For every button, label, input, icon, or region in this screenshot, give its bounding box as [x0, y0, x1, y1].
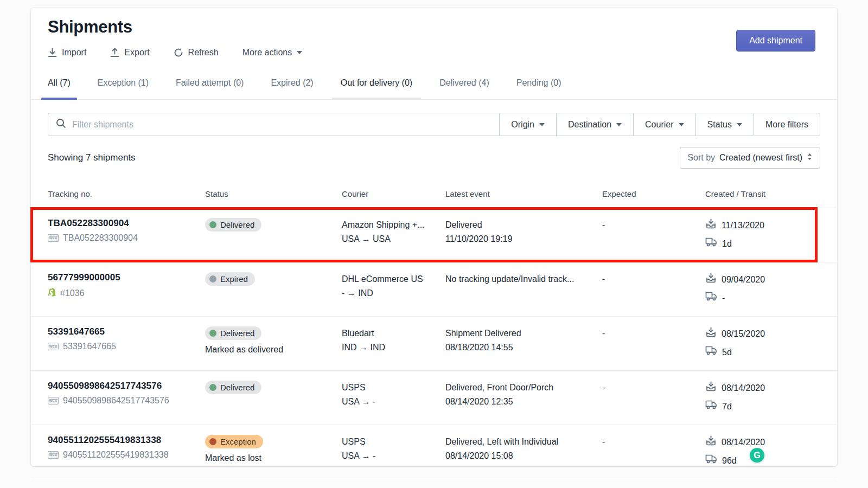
tab-pending[interactable]: Pending (0) [507, 68, 571, 99]
import-icon [48, 48, 57, 57]
status-badge: Expired [205, 272, 255, 286]
filter-dropdown-label: Status [707, 120, 732, 130]
status-tabs: All (7)Exception (1)Failed attempt (0)Ex… [31, 68, 837, 100]
table-row[interactable]: 53391647665 WEB 53391647665 Delivered Ma… [31, 317, 837, 371]
tracking-number[interactable]: TBA052283300904 [48, 218, 205, 229]
grammarly-icon[interactable]: G [750, 448, 764, 463]
latest-event-cell: Shipment Delivered 08/18/2020 14:55 [445, 326, 602, 363]
created-date: 08/15/2020 [722, 328, 765, 341]
filter-dropdown-label: Destination [568, 120, 611, 130]
expected-cell: - [602, 381, 705, 417]
tracking-subtext: TBA052283300904 [63, 233, 138, 243]
filter-shipments-input[interactable] [72, 120, 492, 130]
shopify-icon [48, 287, 56, 299]
tab-failed-attempt[interactable]: Failed attempt (0) [166, 68, 253, 99]
courier-name: USPS [342, 381, 445, 395]
event-timestamp: 08/14/2020 12:35 [445, 395, 602, 409]
more-filters-button[interactable]: More filters [754, 113, 820, 136]
created-date-icon [705, 435, 717, 450]
status-dot-icon [209, 384, 216, 391]
status-badge: Delivered [205, 218, 261, 232]
created-date-icon [705, 218, 717, 233]
shipments-table: TBA052283300904 WEB TBA052283300904 Deli… [31, 208, 837, 479]
latest-event-cell: Delivered 11/10/2020 19:19 [445, 218, 602, 254]
created-date: 08/14/2020 [722, 436, 765, 449]
courier-route: IND → IND [342, 341, 445, 355]
latest-event-cell: Delivered, Left with Individual 08/14/20… [445, 435, 602, 471]
tab-label: Expired (2) [271, 78, 313, 87]
tab-delivered[interactable]: Delivered (4) [430, 68, 499, 99]
created-date: 08/14/2020 [722, 382, 765, 395]
tab-label: Failed attempt (0) [176, 78, 244, 87]
tracking-number[interactable]: 53391647665 [48, 326, 205, 337]
created-transit-cell: 09/04/2020 - [705, 272, 820, 309]
status-dot-icon [209, 275, 216, 282]
created-date-icon [705, 381, 717, 396]
page-title: Shipments [48, 17, 820, 37]
column-header: Tracking no. [48, 183, 205, 208]
table-row[interactable]: TBA052283300904 WEB TBA052283300904 Deli… [31, 208, 837, 262]
transit-truck-icon [705, 400, 717, 413]
transit-truck-icon [705, 291, 717, 305]
filter-dropdown-origin[interactable]: Origin [500, 113, 557, 136]
refresh-label: Refresh [188, 48, 219, 57]
tracking-subtext: 9405511202555419831338 [63, 450, 169, 460]
courier-route: - → IND [342, 286, 445, 300]
tab-expired[interactable]: Expired (2) [261, 68, 323, 99]
event-description: Delivered, Front Door/Porch [445, 381, 602, 395]
export-button[interactable]: Export [110, 48, 149, 57]
event-description: Shipment Delivered [445, 326, 602, 341]
status-dot-icon [209, 330, 216, 337]
tab-all[interactable]: All (7) [38, 68, 80, 99]
tracking-number[interactable]: 9405509898642517743576 [48, 381, 205, 391]
tracking-subtext: 9405509898642517743576 [63, 396, 169, 406]
status-badge-label: Exception [220, 437, 256, 446]
showing-count: Showing 7 shipments [48, 152, 136, 163]
status-dot-icon [209, 438, 216, 445]
more-actions-label: More actions [242, 48, 292, 57]
tracking-cell: TBA052283300904 WEB TBA052283300904 [48, 218, 205, 254]
tab-out-for-delivery[interactable]: Out for delivery (0) [331, 68, 422, 99]
sort-arrows-icon [807, 152, 813, 163]
export-label: Export [124, 48, 149, 57]
courier-cell: Bluedart IND → IND [342, 326, 445, 363]
transit-truck-icon [705, 345, 717, 359]
table-row[interactable]: 9405511202555419831338 WEB 9405511202555… [31, 425, 837, 479]
created-transit-cell: 08/15/2020 5d [705, 326, 820, 363]
table-row[interactable]: 9405509898642517743576 WEB 9405509898642… [31, 371, 837, 425]
filter-dropdown-label: Origin [511, 120, 534, 130]
tracking-subtext: #1036 [60, 288, 85, 298]
filter-dropdown-destination[interactable]: Destination [557, 113, 634, 136]
transit-truck-icon [705, 454, 717, 467]
transit-time: 7d [722, 400, 732, 413]
tracking-number[interactable]: 56777999000005 [48, 272, 205, 283]
more-actions-button[interactable]: More actions [242, 48, 303, 57]
caret-down-icon [616, 123, 622, 126]
header-actions: Import Export Refresh More actions [48, 45, 820, 60]
search-box[interactable] [48, 113, 500, 136]
tracking-number[interactable]: 9405511202555419831338 [48, 435, 205, 446]
caret-down-icon [679, 123, 684, 126]
event-timestamp: 08/18/2020 14:55 [445, 341, 602, 355]
tracking-subtext: 53391647665 [63, 342, 116, 351]
filter-dropdown-status[interactable]: Status [696, 113, 754, 136]
sort-select[interactable]: Sort by Created (newest first) [680, 147, 820, 169]
tab-exception[interactable]: Exception (1) [88, 68, 158, 99]
refresh-button[interactable]: Refresh [174, 48, 219, 57]
shipments-panel: Shipments Add shipment Import Export Ref… [31, 8, 837, 466]
filter-dropdown-courier[interactable]: Courier [634, 113, 695, 136]
caret-down-icon [539, 123, 545, 126]
courier-name: USPS [342, 435, 445, 449]
status-badge: Delivered [205, 326, 261, 340]
column-header: Status [205, 183, 342, 208]
transit-time: 1d [722, 237, 732, 251]
expected-cell: - [602, 218, 705, 254]
expected-cell: - [602, 272, 705, 309]
add-shipment-button[interactable]: Add shipment [736, 30, 815, 52]
import-button[interactable]: Import [48, 48, 86, 57]
created-date-icon [705, 272, 717, 287]
status-cell: Delivered [205, 218, 342, 254]
refresh-icon [174, 48, 183, 57]
table-row[interactable]: 56777999000005 #1036 Expired DHL eCommer… [31, 262, 837, 317]
transit-truck-icon [705, 237, 717, 251]
